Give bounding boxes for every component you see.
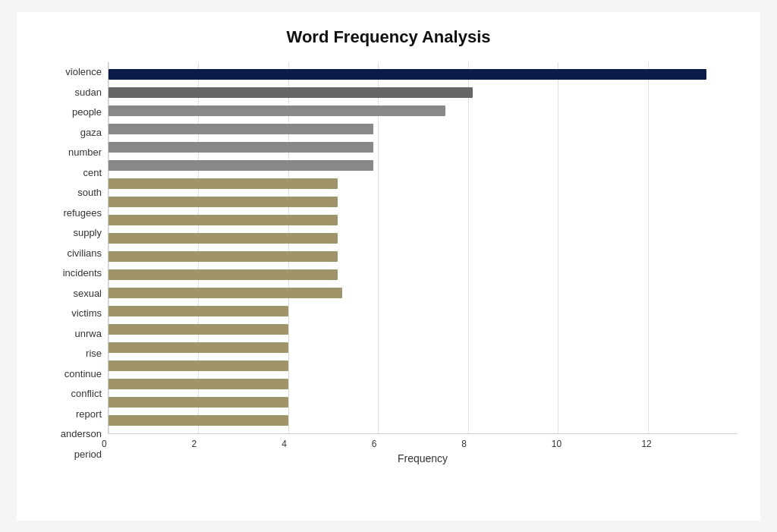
x-tick-label: 12 (641, 439, 651, 449)
x-tick-label: 8 (461, 439, 467, 449)
y-axis-label: south (77, 187, 102, 197)
y-axis-label: sexual (73, 288, 102, 298)
bar (109, 342, 288, 353)
bar-row (109, 393, 738, 411)
bar-row (109, 102, 738, 120)
y-axis-label: cent (83, 168, 102, 178)
bar (109, 397, 288, 408)
y-axis-label: report (76, 409, 102, 419)
y-axis-label: continue (64, 369, 102, 379)
bar (109, 324, 288, 335)
y-axis-label: victims (71, 308, 102, 318)
bar-row (109, 375, 738, 393)
x-axis-title: Frequency (108, 452, 738, 464)
bar-row (109, 247, 738, 266)
bar (109, 269, 338, 280)
bar-row (109, 120, 738, 138)
y-axis-label: incidents (63, 268, 102, 278)
y-axis-label: number (68, 147, 102, 157)
bar-row (109, 83, 738, 102)
x-axis-labels: 024681012 (108, 434, 738, 449)
bars-and-xaxis: 024681012 Frequency (108, 62, 738, 464)
bar-rows (109, 62, 738, 433)
chart-area: violencesudanpeoplegazanumbercentsouthre… (39, 62, 738, 464)
chart-container: Word Frequency Analysis violencesudanpeo… (17, 12, 760, 521)
y-axis-label: conflict (71, 389, 102, 398)
y-axis-label: gaza (80, 127, 102, 137)
bar-row (109, 65, 738, 83)
bar (109, 379, 288, 389)
y-axis-label: violence (65, 67, 102, 77)
bar (109, 288, 342, 298)
bar-row (109, 193, 738, 211)
y-axis-labels: violencesudanpeoplegazanumbercentsouthre… (39, 62, 108, 464)
bar-row (109, 175, 738, 193)
x-tick-label: 2 (192, 439, 197, 449)
bar-row (109, 211, 738, 229)
bar (109, 178, 338, 189)
y-axis-label: anderson (61, 429, 102, 439)
x-tick-label: 0 (102, 439, 107, 449)
chart-title: Word Frequency Analysis (39, 27, 738, 47)
bar (109, 124, 373, 134)
y-axis-label: rise (86, 348, 102, 358)
bar (109, 105, 445, 116)
bar (109, 415, 288, 426)
bar-row (109, 302, 738, 320)
bar (109, 215, 338, 225)
bar (109, 87, 473, 98)
bar (109, 142, 373, 153)
y-axis-label: refugees (63, 208, 102, 218)
bar-row (109, 229, 738, 247)
bar (109, 360, 288, 371)
bar (109, 69, 706, 80)
bar-row (109, 138, 738, 156)
x-tick-label: 6 (372, 439, 377, 449)
bar-row (109, 266, 738, 284)
y-axis-label: unrwa (75, 329, 102, 338)
y-axis-label: civilians (67, 248, 102, 258)
bar (109, 306, 288, 316)
bar-row (109, 411, 738, 430)
y-axis-label: sudan (75, 87, 102, 97)
x-tick-label: 4 (282, 439, 287, 449)
bar (109, 251, 338, 262)
bar (109, 197, 338, 207)
bar (109, 160, 373, 171)
bars-area (108, 62, 738, 434)
y-axis-label: supply (73, 228, 102, 238)
y-axis-label: people (72, 107, 102, 117)
x-tick-label: 10 (552, 439, 562, 449)
bar-row (109, 320, 738, 338)
bar-row (109, 156, 738, 175)
bar-row (109, 338, 738, 357)
bar-row (109, 284, 738, 302)
bar (109, 233, 338, 244)
y-axis-label: period (74, 449, 102, 459)
bar-row (109, 357, 738, 375)
